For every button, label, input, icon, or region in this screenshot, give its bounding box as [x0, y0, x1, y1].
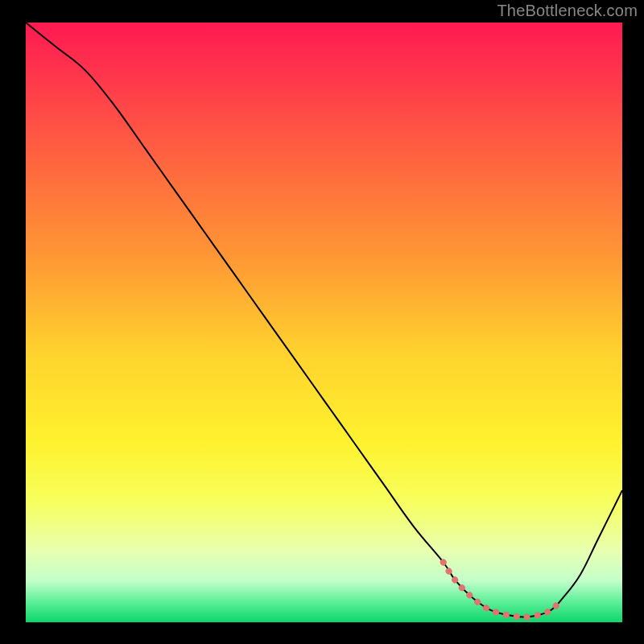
gradient-background: [26, 23, 622, 622]
watermark-label: TheBottleneck.com: [497, 2, 638, 20]
bottleneck-chart: TheBottleneck.com: [0, 0, 644, 644]
chart-canvas: [0, 0, 644, 644]
